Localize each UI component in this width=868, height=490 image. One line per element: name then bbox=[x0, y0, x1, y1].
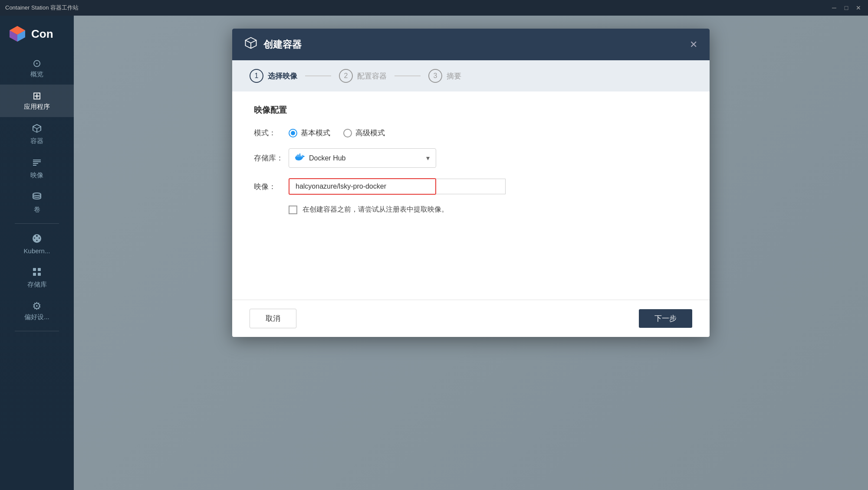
radio-basic-label: 基本模式 bbox=[301, 128, 330, 138]
cancel-button[interactable]: 取消 bbox=[250, 309, 296, 328]
storage-label: 存储库 bbox=[27, 281, 47, 289]
step-2: 2 配置容器 bbox=[339, 69, 387, 83]
sidebar-divider bbox=[15, 223, 59, 224]
image-label: 映像： bbox=[254, 182, 289, 192]
mode-radio-group: 基本模式 高级模式 bbox=[289, 128, 549, 138]
svg-rect-8 bbox=[38, 273, 41, 276]
sidebar-item-kubernetes[interactable]: Kubern... bbox=[0, 227, 74, 261]
sidebar-logo: Con bbox=[0, 20, 74, 52]
title-bar-left: Container Station 容器工作站 bbox=[5, 4, 79, 12]
containers-label: 容器 bbox=[30, 137, 43, 145]
registry-control: Docker Hub ▾ bbox=[289, 148, 549, 168]
image-input[interactable] bbox=[289, 178, 436, 195]
radio-advanced-label: 高级模式 bbox=[355, 128, 385, 138]
title-bar-controls: ─ □ ✕ bbox=[830, 3, 863, 12]
sidebar-item-settings[interactable]: ⚙ 偏好设... bbox=[0, 295, 74, 327]
sidebar-item-storage[interactable]: 存储库 bbox=[0, 261, 74, 295]
svg-rect-7 bbox=[33, 273, 36, 276]
dialog-header: 创建容器 ✕ bbox=[232, 29, 710, 60]
registry-label: 存储库： bbox=[254, 153, 289, 163]
dialog-footer: 取消 下一步 bbox=[232, 300, 710, 337]
svg-point-4 bbox=[33, 193, 41, 196]
registry-value: Docker Hub bbox=[309, 154, 422, 162]
settings-label: 偏好设... bbox=[24, 313, 49, 321]
sidebar-item-apps[interactable]: ⊞ 应用程序 bbox=[0, 85, 74, 117]
step-1-label: 选择映像 bbox=[268, 71, 297, 81]
radio-advanced-mode[interactable]: 高级模式 bbox=[343, 128, 385, 138]
app-logo-icon bbox=[8, 24, 27, 43]
step-2-label: 配置容器 bbox=[357, 71, 387, 81]
registry-form-row: 存储库： Docker Hub ▾ bbox=[254, 148, 688, 168]
overview-icon: ⊙ bbox=[33, 58, 41, 69]
step-1: 1 选择映像 bbox=[250, 69, 297, 83]
close-window-button[interactable]: ✕ bbox=[854, 3, 863, 12]
sidebar-divider-2 bbox=[15, 331, 59, 331]
overview-label: 概览 bbox=[30, 70, 43, 78]
main-content: 创建容器 ✕ 1 选择映像 2 bbox=[74, 16, 868, 490]
next-button[interactable]: 下一步 bbox=[639, 309, 692, 328]
images-icon bbox=[32, 157, 42, 170]
storage-icon bbox=[32, 267, 42, 279]
volumes-icon bbox=[32, 192, 42, 204]
apps-label: 应用程序 bbox=[24, 103, 50, 111]
containers-icon bbox=[32, 123, 42, 135]
mode-label: 模式： bbox=[254, 128, 289, 138]
apps-icon: ⊞ bbox=[33, 91, 41, 101]
sidebar-item-containers[interactable]: 容器 bbox=[0, 117, 74, 151]
kubernetes-icon bbox=[32, 233, 42, 245]
app-window: Con ⊙ 概览 ⊞ 应用程序 容器 bbox=[0, 16, 868, 490]
dialog-body: 映像配置 模式： 基本模式 高级模式 bbox=[232, 91, 710, 300]
dropdown-arrow-icon: ▾ bbox=[426, 154, 430, 162]
checkbox-row: 在创建容器之前，请尝试从注册表中提取映像。 bbox=[289, 205, 688, 214]
step-2-num: 2 bbox=[339, 69, 353, 83]
create-container-dialog: 创建容器 ✕ 1 选择映像 2 bbox=[232, 29, 710, 337]
maximize-button[interactable]: □ bbox=[842, 3, 851, 12]
sidebar-item-images[interactable]: 映像 bbox=[0, 151, 74, 186]
steps-bar: 1 选择映像 2 配置容器 3 bbox=[232, 60, 710, 91]
radio-advanced-circle bbox=[343, 129, 352, 137]
mode-form-row: 模式： 基本模式 高级模式 bbox=[254, 128, 688, 138]
kubernetes-label: Kubern... bbox=[24, 247, 50, 255]
image-form-row: 映像： bbox=[254, 178, 688, 195]
app-title: Container Station 容器工作站 bbox=[5, 4, 79, 12]
svg-rect-6 bbox=[38, 268, 41, 271]
step-separator-2 bbox=[395, 75, 421, 76]
sidebar-item-volumes[interactable]: 卷 bbox=[0, 186, 74, 220]
title-bar: Container Station 容器工作站 ─ □ ✕ bbox=[0, 0, 868, 16]
image-input-wrapper bbox=[289, 178, 549, 195]
section-title: 映像配置 bbox=[254, 105, 688, 116]
sidebar-item-overview[interactable]: ⊙ 概览 bbox=[0, 52, 74, 85]
volumes-label: 卷 bbox=[34, 206, 40, 214]
dialog-header-left: 创建容器 bbox=[244, 36, 302, 52]
modal-overlay: 创建容器 ✕ 1 选择映像 2 bbox=[74, 16, 868, 490]
app-logo-text: Con bbox=[31, 27, 53, 41]
minimize-button[interactable]: ─ bbox=[830, 3, 838, 12]
step-3-num: 3 bbox=[428, 69, 442, 83]
docker-icon bbox=[295, 152, 305, 164]
step-1-num: 1 bbox=[250, 69, 263, 83]
svg-rect-5 bbox=[33, 268, 36, 271]
pull-before-create-checkbox[interactable] bbox=[289, 206, 297, 214]
dialog-title: 创建容器 bbox=[263, 38, 302, 51]
images-label: 映像 bbox=[30, 171, 43, 180]
sidebar: Con ⊙ 概览 ⊞ 应用程序 容器 bbox=[0, 16, 74, 490]
dialog-close-button[interactable]: ✕ bbox=[690, 40, 697, 49]
settings-icon: ⚙ bbox=[32, 301, 42, 311]
registry-select[interactable]: Docker Hub ▾ bbox=[289, 148, 436, 168]
step-separator-1 bbox=[305, 75, 331, 76]
step-3: 3 摘要 bbox=[428, 69, 461, 83]
radio-basic-circle bbox=[289, 129, 297, 137]
sidebar-navigation: ⊙ 概览 ⊞ 应用程序 容器 bbox=[0, 52, 74, 490]
dialog-icon bbox=[244, 36, 257, 52]
image-tag-input[interactable] bbox=[436, 179, 506, 194]
checkbox-label: 在创建容器之前，请尝试从注册表中提取映像。 bbox=[302, 205, 448, 214]
step-3-label: 摘要 bbox=[447, 71, 461, 81]
radio-basic-mode[interactable]: 基本模式 bbox=[289, 128, 330, 138]
